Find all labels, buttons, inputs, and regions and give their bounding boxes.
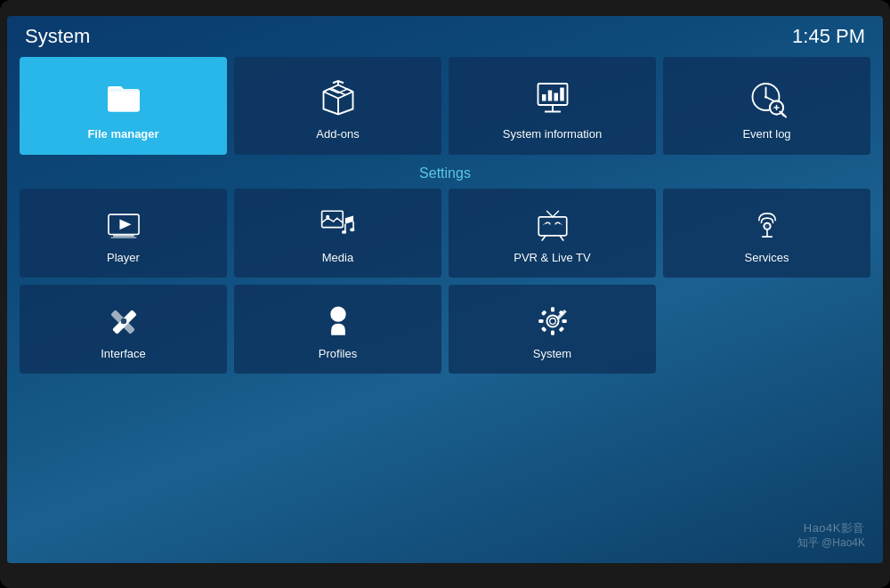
svg-point-26 <box>350 228 354 231</box>
settings-item-media[interactable]: Media <box>234 189 441 278</box>
svg-line-31 <box>553 211 559 217</box>
menu-item-file-manager[interactable]: File manager <box>20 57 227 155</box>
tv-bezel: System 1:45 PM File manager <box>0 0 890 588</box>
svg-point-25 <box>341 230 345 233</box>
settings-section-title: Settings <box>7 165 883 181</box>
svg-rect-49 <box>540 326 546 331</box>
svg-point-33 <box>765 223 769 228</box>
player-icon <box>105 206 142 244</box>
add-ons-icon <box>317 76 360 118</box>
services-icon <box>748 206 786 244</box>
svg-rect-47 <box>540 310 546 315</box>
profiles-label: Profiles <box>319 347 357 360</box>
screen: System 1:45 PM File manager <box>7 16 883 563</box>
page-title: System <box>25 25 90 48</box>
menu-item-system-information[interactable]: System information <box>449 57 656 155</box>
settings-grid: Player Media <box>7 189 883 374</box>
svg-rect-44 <box>551 330 554 334</box>
interface-icon <box>105 302 142 340</box>
svg-rect-50 <box>558 326 563 331</box>
watermark-source: 知乎 @Hao4K <box>797 536 865 551</box>
svg-rect-4 <box>547 90 552 101</box>
profiles-icon <box>320 302 357 340</box>
svg-point-40 <box>331 307 345 321</box>
svg-rect-18 <box>113 234 134 237</box>
svg-rect-19 <box>110 237 136 238</box>
svg-rect-27 <box>538 216 567 235</box>
pvr-live-tv-icon <box>534 206 571 244</box>
svg-marker-20 <box>119 219 131 230</box>
event-log-label: Event log <box>742 127 790 141</box>
svg-point-42 <box>549 318 555 324</box>
svg-point-22 <box>326 214 329 218</box>
services-label: Services <box>745 251 789 264</box>
settings-item-profiles[interactable]: Profiles <box>234 285 441 374</box>
top-menu-row: File manager Add-ons <box>7 57 883 155</box>
system-information-icon <box>531 76 574 118</box>
svg-line-30 <box>546 211 553 217</box>
media-icon <box>320 206 357 244</box>
clock: 1:45 PM <box>792 25 865 48</box>
system-label: System <box>533 347 571 360</box>
settings-item-player[interactable]: Player <box>20 189 227 278</box>
file-manager-label: File manager <box>87 127 158 141</box>
menu-item-add-ons[interactable]: Add-ons <box>234 57 441 155</box>
file-manager-icon <box>102 76 145 118</box>
settings-item-interface[interactable]: Interface <box>20 285 227 374</box>
system-icon <box>534 302 571 340</box>
event-log-icon <box>746 76 789 118</box>
settings-item-pvr-live-tv[interactable]: PVR & Live TV <box>449 189 656 278</box>
svg-rect-43 <box>551 307 554 311</box>
menu-item-event-log[interactable]: Event log <box>663 57 870 155</box>
svg-rect-5 <box>554 93 558 101</box>
add-ons-label: Add-ons <box>316 127 359 141</box>
settings-item-system[interactable]: System <box>449 285 656 374</box>
settings-item-services[interactable]: Services <box>663 189 870 278</box>
interface-label: Interface <box>101 347 146 360</box>
header: System 1:45 PM <box>7 16 883 53</box>
svg-rect-46 <box>562 319 566 323</box>
player-label: Player <box>107 251 140 264</box>
svg-rect-45 <box>538 319 543 323</box>
media-label: Media <box>322 251 353 264</box>
svg-line-10 <box>765 97 773 101</box>
svg-rect-21 <box>321 211 343 227</box>
system-information-label: System information <box>503 127 602 141</box>
svg-point-38 <box>120 318 126 324</box>
svg-rect-6 <box>560 87 564 101</box>
pvr-live-tv-label: PVR & Live TV <box>514 251 590 264</box>
watermark-brand: Hao4K影音 <box>804 520 865 536</box>
svg-rect-3 <box>542 94 546 101</box>
